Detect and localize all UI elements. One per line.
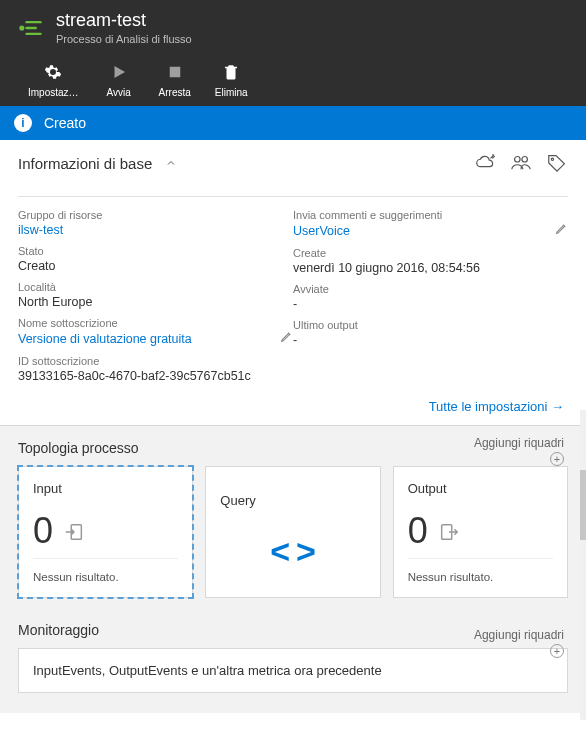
settings-label: Impostaz…	[28, 87, 79, 98]
query-tile[interactable]: Query <>	[205, 466, 380, 598]
stop-button[interactable]: Arresta	[147, 57, 203, 106]
all-settings-link[interactable]: Tutte le impostazioni →	[429, 399, 564, 414]
plus-circle-icon: +	[550, 452, 564, 466]
page-subtitle: Processo di Analisi di flusso	[56, 33, 192, 45]
info-icon: i	[14, 114, 32, 132]
stop-label: Arresta	[159, 87, 191, 98]
tag-icon[interactable]	[546, 152, 568, 176]
section-title-row[interactable]: Informazioni di base	[18, 155, 177, 173]
scrollbar[interactable]	[580, 410, 586, 720]
location-value: North Europe	[18, 295, 293, 309]
svg-rect-4	[169, 67, 180, 78]
input-tile[interactable]: Input 0 Nessun risultato.	[18, 466, 193, 598]
output-tile[interactable]: Output 0 Nessun risultato.	[393, 466, 568, 598]
stream-analytics-icon	[16, 14, 44, 42]
subscription-name-link[interactable]: Versione di valutazione gratuita	[18, 332, 280, 346]
add-tiles-label-monitoring: Aggiungi riquadri	[474, 628, 564, 642]
svg-rect-2	[25, 26, 37, 28]
svg-point-7	[551, 158, 553, 160]
pencil-icon[interactable]	[280, 329, 293, 347]
feedback-label: Invia commenti e suggerimenti	[293, 209, 568, 221]
gear-icon	[28, 63, 79, 83]
state-label: Stato	[18, 245, 293, 257]
status-text: Creato	[44, 115, 86, 131]
output-tile-title: Output	[408, 481, 553, 496]
stop-icon	[159, 63, 191, 83]
header: stream-test Processo di Analisi di fluss…	[0, 0, 586, 106]
query-tile-title: Query	[220, 493, 255, 508]
users-icon[interactable]	[510, 152, 532, 176]
monitoring-section: Aggiungi riquadri + Monitoraggio InputEv…	[0, 618, 586, 713]
info-grid: Gruppo di risorse ilsw-test Stato Creato…	[0, 197, 586, 383]
create-label: Create	[293, 247, 568, 259]
resource-group-label: Gruppo di risorse	[18, 209, 293, 221]
plus-circle-icon: +	[550, 644, 564, 658]
page-title: stream-test	[56, 10, 192, 31]
arrow-right-icon: →	[551, 399, 564, 414]
topology-section: Aggiungi riquadri + Topologia processo I…	[0, 425, 586, 618]
input-count: 0	[33, 510, 53, 552]
output-count: 0	[408, 510, 428, 552]
svg-rect-3	[25, 32, 41, 34]
svg-point-0	[19, 25, 24, 30]
toolbar: Impostaz… Avvia Arresta Elimina	[16, 57, 570, 106]
settings-button[interactable]: Impostaz…	[16, 57, 91, 106]
subscription-id-label: ID sottoscrizione	[18, 355, 293, 367]
svg-rect-1	[25, 21, 41, 23]
subscription-name-label: Nome sottoscrizione	[18, 317, 293, 329]
metric-text: InputEvents, OutputEvents e un'altra met…	[33, 663, 382, 678]
output-arrow-icon	[438, 510, 460, 552]
status-bar: i Creato	[0, 106, 586, 140]
state-value: Creato	[18, 259, 293, 273]
chevron-up-icon	[165, 155, 177, 172]
last-output-value: -	[293, 333, 568, 347]
trash-icon	[215, 63, 248, 83]
add-tiles-button-monitoring[interactable]: Aggiungi riquadri +	[474, 628, 564, 658]
scrollbar-thumb[interactable]	[580, 470, 586, 540]
location-label: Località	[18, 281, 293, 293]
delete-label: Elimina	[215, 87, 248, 98]
section-title: Informazioni di base	[18, 155, 152, 172]
add-tiles-label: Aggiungi riquadri	[474, 436, 564, 450]
last-output-label: Ultimo output	[293, 319, 568, 331]
all-settings-label: Tutte le impostazioni	[429, 399, 548, 414]
started-label: Avviate	[293, 283, 568, 295]
delete-button[interactable]: Elimina	[203, 57, 260, 106]
input-tile-title: Input	[33, 481, 178, 496]
query-brackets-icon: <>	[270, 532, 316, 571]
add-tiles-button[interactable]: Aggiungi riquadri +	[474, 436, 564, 466]
subscription-id-value: 39133165-8a0c-4670-baf2-39c5767cb51c	[18, 369, 293, 383]
create-value: venerdì 10 giugno 2016, 08:54:56	[293, 261, 568, 275]
play-icon	[103, 63, 135, 83]
svg-point-5	[515, 157, 521, 163]
started-value: -	[293, 297, 568, 311]
output-tile-footer: Nessun risultato.	[408, 558, 553, 583]
svg-point-6	[522, 157, 528, 163]
pencil-icon[interactable]	[555, 221, 568, 239]
start-button[interactable]: Avvia	[91, 57, 147, 106]
start-label: Avvia	[106, 87, 130, 98]
cloud-icon[interactable]	[474, 152, 496, 176]
resource-group-link[interactable]: ilsw-test	[18, 223, 293, 237]
feedback-link[interactable]: UserVoice	[293, 224, 555, 238]
input-arrow-icon	[63, 510, 85, 552]
input-tile-footer: Nessun risultato.	[33, 558, 178, 583]
